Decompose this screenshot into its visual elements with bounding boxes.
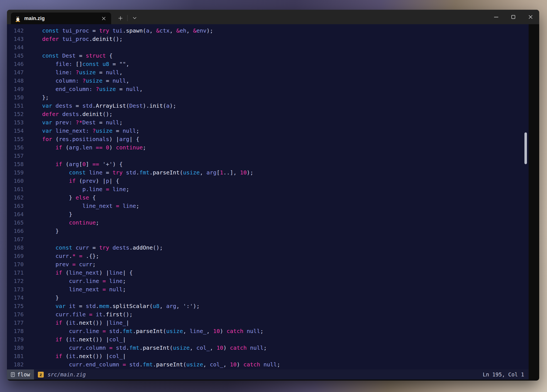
code-line[interactable]: 144 (7, 43, 529, 51)
code-text: curr.line = line; (29, 277, 126, 285)
code-line[interactable]: 145 const Dest = struct { (7, 51, 529, 60)
line-number: 154 (7, 127, 24, 135)
code-line[interactable]: 171 if (line_next) |line| { (7, 268, 529, 277)
editor-content[interactable]: 142 const tui_proc = try tui.spawn(a, &c… (7, 24, 529, 369)
code-text: }; (29, 93, 49, 102)
code-text: const tui_proc = try tui.spawn(a, &ctx, … (29, 26, 213, 35)
line-number: 158 (7, 160, 24, 168)
code-area[interactable]: 142 const tui_proc = try tui.spawn(a, &c… (7, 24, 529, 369)
line-number: 167 (7, 235, 24, 243)
code-text: if (it.next()) |col_| (29, 352, 126, 360)
line-number: 168 (7, 243, 24, 252)
code-text: const Dest = struct { (29, 51, 113, 60)
code-line[interactable]: 155 for (res.positionals) |arg| { (7, 135, 529, 143)
code-line[interactable]: 172 curr.line = line; (7, 277, 529, 285)
code-text: curr.* = .{}; (29, 252, 99, 260)
line-number: 171 (7, 268, 24, 277)
flow-app-label: flow (17, 371, 30, 378)
code-line[interactable]: 158 if (arg[0] == '+') { (7, 160, 529, 168)
line-number: 175 (7, 302, 24, 310)
line-number: 181 (7, 352, 24, 360)
tab-dropdown-button[interactable] (130, 14, 139, 22)
code-text: defer tui_proc.deinit(); (29, 35, 123, 43)
code-line[interactable]: 149 end_column: ?usize = null, (7, 85, 529, 93)
code-line[interactable]: 180 curr.column = std.fmt.parseInt(usize… (7, 344, 529, 352)
window-titlebar[interactable]: main.zig (7, 10, 539, 24)
file-path[interactable]: src/main.zig (48, 371, 86, 378)
line-number: 151 (7, 102, 24, 110)
code-line[interactable]: 161 p.line = line; (7, 185, 529, 193)
tab-close-icon[interactable] (100, 15, 107, 22)
code-text: line_next = line; (29, 202, 139, 210)
code-line[interactable]: 151 var dests = std.ArrayList(Dest).init… (7, 102, 529, 110)
code-text: if (arg[0] == '+') { (29, 160, 123, 168)
code-line[interactable]: 177 if (it.next()) |line_| (7, 319, 529, 327)
line-number: 145 (7, 51, 24, 60)
close-button[interactable] (522, 10, 539, 24)
line-number: 180 (7, 344, 24, 352)
code-line[interactable]: 176 curr.file = it.first(); (7, 310, 529, 319)
code-line[interactable]: 157 (7, 152, 529, 160)
line-number: 172 (7, 277, 24, 285)
code-line[interactable]: 182 curr.end_column = std.fmt.parseInt(u… (7, 360, 529, 369)
line-number: 177 (7, 319, 24, 327)
code-line[interactable]: 169 curr.* = .{}; (7, 252, 529, 260)
code-text: p.line = line; (29, 185, 129, 193)
maximize-button[interactable] (505, 10, 522, 24)
code-line[interactable]: 166 } (7, 227, 529, 235)
code-line[interactable]: 163 line_next = line; (7, 202, 529, 210)
code-line[interactable]: 173 line_next = null; (7, 285, 529, 294)
code-text: const curr = try dests.addOne(); (29, 243, 163, 252)
code-text: if (it.next()) |col_| (29, 335, 126, 344)
line-number: 156 (7, 143, 24, 152)
line-number: 155 (7, 135, 24, 143)
code-line[interactable]: 168 const curr = try dests.addOne(); (7, 243, 529, 252)
code-text: prev = curr; (29, 260, 96, 268)
code-line[interactable]: 165 continue; (7, 218, 529, 227)
code-text: continue; (29, 218, 99, 227)
code-line[interactable]: 179 if (it.next()) |col_| (7, 335, 529, 344)
line-number: 170 (7, 260, 24, 268)
tab-separator (127, 15, 128, 21)
editor-scrollbar-thumb[interactable] (524, 132, 527, 164)
line-number: 162 (7, 193, 24, 202)
code-text: line_next = null; (29, 285, 126, 294)
code-line[interactable]: 170 prev = curr; (7, 260, 529, 268)
code-line[interactable]: 150 }; (7, 93, 529, 102)
code-text: if (prev) |p| { (29, 177, 119, 185)
line-number: 169 (7, 252, 24, 260)
code-line[interactable]: 167 (7, 235, 529, 243)
code-text: end_column: ?usize = null, (29, 85, 143, 93)
code-line[interactable]: 156 if (arg.len == 0) continue; (7, 143, 529, 152)
code-text: } else { (29, 193, 96, 202)
code-line[interactable]: 148 column: ?usize = null, (7, 77, 529, 85)
tab-main-zig[interactable]: main.zig (11, 13, 111, 24)
line-number: 165 (7, 218, 24, 227)
code-line[interactable]: 143 defer tui_proc.deinit(); (7, 35, 529, 43)
new-tab-button[interactable] (116, 14, 125, 22)
code-line[interactable]: 178 curr.line = std.fmt.parseInt(usize, … (7, 327, 529, 335)
line-number: 166 (7, 227, 24, 235)
line-number: 160 (7, 177, 24, 185)
code-line[interactable]: 160 if (prev) |p| { (7, 177, 529, 185)
tux-penguin-icon (15, 15, 21, 22)
code-line[interactable]: 142 const tui_proc = try tui.spawn(a, &c… (7, 26, 529, 35)
code-text: var line_next: ?usize = null; (29, 127, 139, 135)
code-line[interactable]: 159 const line = try std.fmt.parseInt(us… (7, 168, 529, 177)
code-line[interactable]: 175 var it = std.mem.splitScalar(u8, arg… (7, 302, 529, 310)
line-number: 147 (7, 68, 24, 77)
code-line[interactable]: 154 var line_next: ?usize = null; (7, 127, 529, 135)
code-line[interactable]: 164 } (7, 210, 529, 218)
flow-app-badge[interactable]: flow (7, 369, 34, 379)
minimize-button[interactable] (487, 10, 505, 24)
code-line[interactable]: 146 file: []const u8 = "", (7, 60, 529, 68)
code-line[interactable]: 181 if (it.next()) |col_| (7, 352, 529, 360)
code-line[interactable]: 153 var prev: ?*Dest = null; (7, 118, 529, 127)
code-line[interactable]: 162 } else { (7, 193, 529, 202)
line-number: 144 (7, 43, 24, 51)
line-number: 176 (7, 310, 24, 319)
code-line[interactable]: 174 } (7, 294, 529, 302)
code-text: defer dests.deinit(); (29, 110, 113, 118)
code-line[interactable]: 147 line: ?usize = null, (7, 68, 529, 77)
code-line[interactable]: 152 defer dests.deinit(); (7, 110, 529, 118)
